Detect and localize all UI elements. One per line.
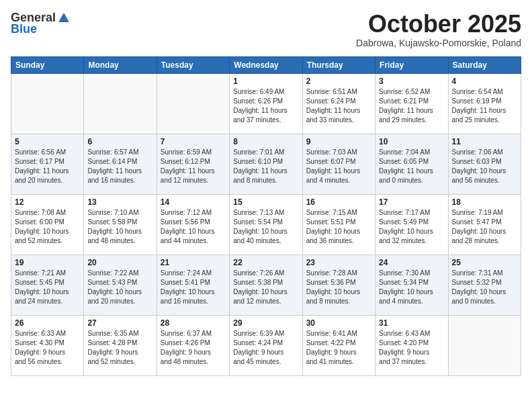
day-number: 2 (306, 77, 371, 86)
calendar-week-row: 1Sunrise: 6:49 AM Sunset: 6:26 PM Daylig… (11, 73, 521, 134)
calendar-cell (448, 315, 521, 375)
location: Dabrowa, Kujawsko-Pomorskie, Poland (356, 38, 521, 48)
calendar-header-sunday: Sunday (11, 56, 84, 73)
calendar-cell: 13Sunrise: 7:10 AM Sunset: 5:58 PM Dayli… (84, 194, 157, 255)
day-number: 23 (306, 258, 371, 267)
day-info: Sunrise: 6:35 AM Sunset: 4:28 PM Dayligh… (87, 329, 152, 367)
calendar-cell: 30Sunrise: 6:41 AM Sunset: 4:22 PM Dayli… (302, 315, 375, 375)
day-number: 8 (233, 137, 298, 146)
calendar-week-row: 5Sunrise: 6:56 AM Sunset: 6:17 PM Daylig… (11, 134, 521, 194)
calendar-cell: 19Sunrise: 7:21 AM Sunset: 5:45 PM Dayli… (11, 255, 84, 315)
calendar-header-saturday: Saturday (448, 56, 521, 73)
day-number: 24 (379, 258, 444, 267)
day-number: 29 (233, 318, 298, 328)
day-info: Sunrise: 6:57 AM Sunset: 6:14 PM Dayligh… (87, 148, 152, 185)
calendar-header-friday: Friday (375, 56, 448, 73)
day-info: Sunrise: 6:52 AM Sunset: 6:21 PM Dayligh… (379, 87, 444, 125)
day-info: Sunrise: 7:28 AM Sunset: 5:36 PM Dayligh… (306, 269, 371, 306)
calendar-cell: 8Sunrise: 7:01 AM Sunset: 6:10 PM Daylig… (230, 134, 302, 194)
day-info: Sunrise: 7:03 AM Sunset: 6:07 PM Dayligh… (306, 148, 371, 185)
day-info: Sunrise: 7:31 AM Sunset: 5:32 PM Dayligh… (452, 269, 517, 306)
day-info: Sunrise: 7:17 AM Sunset: 5:49 PM Dayligh… (379, 208, 444, 246)
calendar-week-row: 19Sunrise: 7:21 AM Sunset: 5:45 PM Dayli… (11, 255, 521, 315)
calendar-cell: 5Sunrise: 6:56 AM Sunset: 6:17 PM Daylig… (11, 134, 84, 194)
day-number: 25 (452, 258, 517, 267)
day-info: Sunrise: 7:15 AM Sunset: 5:51 PM Dayligh… (306, 208, 371, 246)
calendar-cell: 17Sunrise: 7:17 AM Sunset: 5:49 PM Dayli… (375, 194, 448, 255)
day-number: 10 (379, 137, 444, 146)
day-number: 26 (15, 318, 80, 328)
day-number: 9 (306, 137, 371, 146)
day-number: 12 (15, 197, 80, 207)
day-number: 17 (379, 197, 444, 207)
day-number: 16 (306, 197, 371, 207)
calendar-cell: 27Sunrise: 6:35 AM Sunset: 4:28 PM Dayli… (84, 315, 157, 375)
logo-blue-text: Blue (11, 22, 37, 36)
day-number: 21 (161, 258, 226, 267)
day-info: Sunrise: 7:08 AM Sunset: 6:00 PM Dayligh… (15, 208, 80, 246)
day-number: 6 (87, 137, 152, 146)
calendar-header-row: SundayMondayTuesdayWednesdayThursdayFrid… (11, 56, 521, 73)
calendar-cell: 14Sunrise: 7:12 AM Sunset: 5:56 PM Dayli… (157, 194, 229, 255)
calendar-cell: 2Sunrise: 6:51 AM Sunset: 6:24 PM Daylig… (302, 73, 375, 134)
calendar-cell: 28Sunrise: 6:37 AM Sunset: 4:26 PM Dayli… (157, 315, 229, 375)
day-info: Sunrise: 7:19 AM Sunset: 5:47 PM Dayligh… (452, 208, 517, 246)
calendar-cell: 18Sunrise: 7:19 AM Sunset: 5:47 PM Dayli… (448, 194, 521, 255)
calendar-cell: 3Sunrise: 6:52 AM Sunset: 6:21 PM Daylig… (375, 73, 448, 134)
day-info: Sunrise: 7:13 AM Sunset: 5:54 PM Dayligh… (233, 208, 298, 246)
page-header: General Blue October 2025 Dabrowa, Kujaw… (11, 11, 521, 48)
day-info: Sunrise: 7:30 AM Sunset: 5:34 PM Dayligh… (379, 269, 444, 306)
day-number: 1 (233, 77, 298, 86)
calendar-cell: 9Sunrise: 7:03 AM Sunset: 6:07 PM Daylig… (302, 134, 375, 194)
calendar-cell: 11Sunrise: 7:06 AM Sunset: 6:03 PM Dayli… (448, 134, 521, 194)
day-info: Sunrise: 7:22 AM Sunset: 5:43 PM Dayligh… (87, 269, 152, 306)
day-info: Sunrise: 6:49 AM Sunset: 6:26 PM Dayligh… (233, 87, 298, 125)
day-number: 14 (161, 197, 226, 207)
day-info: Sunrise: 6:43 AM Sunset: 4:20 PM Dayligh… (379, 329, 444, 367)
calendar-cell: 12Sunrise: 7:08 AM Sunset: 6:00 PM Dayli… (11, 194, 84, 255)
day-number: 19 (15, 258, 80, 267)
calendar-header-wednesday: Wednesday (230, 56, 302, 73)
calendar-cell: 22Sunrise: 7:26 AM Sunset: 5:38 PM Dayli… (230, 255, 302, 315)
calendar-table: SundayMondayTuesdayWednesdayThursdayFrid… (11, 56, 521, 376)
logo-icon (57, 11, 71, 25)
day-number: 20 (87, 258, 152, 267)
day-number: 28 (161, 318, 226, 328)
calendar-header-tuesday: Tuesday (157, 56, 229, 73)
day-info: Sunrise: 7:06 AM Sunset: 6:03 PM Dayligh… (452, 148, 517, 185)
svg-marker-0 (58, 13, 69, 22)
calendar-cell: 29Sunrise: 6:39 AM Sunset: 4:24 PM Dayli… (230, 315, 302, 375)
day-info: Sunrise: 6:59 AM Sunset: 6:12 PM Dayligh… (161, 148, 226, 185)
day-number: 4 (452, 77, 517, 86)
calendar-week-row: 26Sunrise: 6:33 AM Sunset: 4:30 PM Dayli… (11, 315, 521, 375)
calendar-cell (11, 73, 84, 134)
day-info: Sunrise: 7:12 AM Sunset: 5:56 PM Dayligh… (161, 208, 226, 246)
day-info: Sunrise: 7:26 AM Sunset: 5:38 PM Dayligh… (233, 269, 298, 306)
day-info: Sunrise: 7:01 AM Sunset: 6:10 PM Dayligh… (233, 148, 298, 185)
calendar-cell: 6Sunrise: 6:57 AM Sunset: 6:14 PM Daylig… (84, 134, 157, 194)
day-info: Sunrise: 6:56 AM Sunset: 6:17 PM Dayligh… (15, 148, 80, 185)
calendar-cell: 21Sunrise: 7:24 AM Sunset: 5:41 PM Dayli… (157, 255, 229, 315)
day-info: Sunrise: 7:04 AM Sunset: 6:05 PM Dayligh… (379, 148, 444, 185)
day-info: Sunrise: 6:37 AM Sunset: 4:26 PM Dayligh… (161, 329, 226, 367)
calendar-cell: 1Sunrise: 6:49 AM Sunset: 6:26 PM Daylig… (230, 73, 302, 134)
title-block: October 2025 Dabrowa, Kujawsko-Pomorskie… (356, 11, 521, 48)
calendar-cell: 15Sunrise: 7:13 AM Sunset: 5:54 PM Dayli… (230, 194, 302, 255)
calendar-week-row: 12Sunrise: 7:08 AM Sunset: 6:00 PM Dayli… (11, 194, 521, 255)
day-info: Sunrise: 6:54 AM Sunset: 6:19 PM Dayligh… (452, 87, 517, 125)
day-info: Sunrise: 6:39 AM Sunset: 4:24 PM Dayligh… (233, 329, 298, 367)
day-number: 13 (87, 197, 152, 207)
calendar-cell: 20Sunrise: 7:22 AM Sunset: 5:43 PM Dayli… (84, 255, 157, 315)
day-number: 31 (379, 318, 444, 328)
day-number: 22 (233, 258, 298, 267)
calendar-cell: 7Sunrise: 6:59 AM Sunset: 6:12 PM Daylig… (157, 134, 229, 194)
day-number: 18 (452, 197, 517, 207)
calendar-cell: 26Sunrise: 6:33 AM Sunset: 4:30 PM Dayli… (11, 315, 84, 375)
day-info: Sunrise: 6:51 AM Sunset: 6:24 PM Dayligh… (306, 87, 371, 125)
day-info: Sunrise: 6:33 AM Sunset: 4:30 PM Dayligh… (15, 329, 80, 367)
day-info: Sunrise: 7:10 AM Sunset: 5:58 PM Dayligh… (87, 208, 152, 246)
calendar-cell: 4Sunrise: 6:54 AM Sunset: 6:19 PM Daylig… (448, 73, 521, 134)
logo: General Blue (11, 11, 71, 36)
calendar-cell: 25Sunrise: 7:31 AM Sunset: 5:32 PM Dayli… (448, 255, 521, 315)
day-number: 30 (306, 318, 371, 328)
